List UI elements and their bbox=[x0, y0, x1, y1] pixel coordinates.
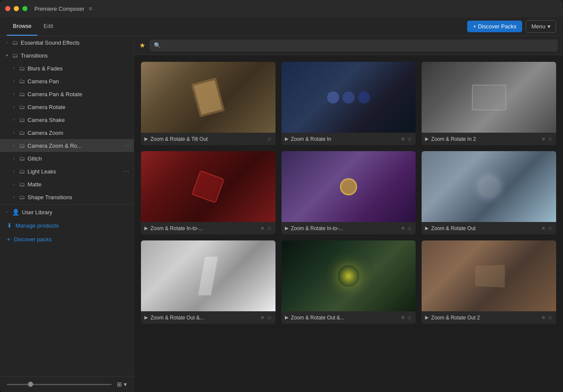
chevron-icon: › bbox=[11, 131, 16, 135]
card-star-icon[interactable]: ☆ bbox=[267, 314, 272, 321]
card-label-bar: ▶ Zoom & Rotate Out &... ≡ ☆ bbox=[141, 311, 275, 324]
star-filter-icon[interactable]: ★ bbox=[139, 41, 145, 49]
sidebar-item-light-leaks[interactable]: › 🗂 Light Leaks ⋯ bbox=[0, 165, 134, 178]
sidebar-item-label: Transitions bbox=[21, 52, 129, 59]
sidebar-action-label: Discover packs bbox=[14, 236, 52, 243]
media-card[interactable]: ▶ Zoom & Rotate Out &... ≡ ☆ bbox=[141, 240, 275, 324]
media-card[interactable]: ▶ Zoom & Rotate & Tilt Out ☆ bbox=[141, 62, 275, 145]
search-input[interactable] bbox=[164, 42, 554, 49]
sidebar-action-label: Manage products bbox=[15, 222, 58, 229]
card-thumbnail bbox=[282, 151, 416, 222]
sidebar-item-camera-shake[interactable]: › 🗂 Camera Shake bbox=[0, 113, 134, 126]
media-card[interactable]: ▶ Zoom & Rotate In-to-... ≡ ☆ bbox=[282, 151, 416, 234]
card-menu-icon[interactable]: ≡ bbox=[542, 136, 545, 142]
card-menu-icon[interactable]: ≡ bbox=[261, 314, 264, 321]
clip-icon: ▶ bbox=[285, 136, 288, 142]
card-star-icon[interactable]: ☆ bbox=[548, 225, 553, 231]
sidebar-item-camera-pan[interactable]: › 🗂 Camera Pan bbox=[0, 75, 134, 88]
tab-edit[interactable]: Edit bbox=[37, 17, 59, 36]
search-input-wrap[interactable]: 🔍 bbox=[150, 40, 558, 52]
sidebar-item-label: User Library bbox=[22, 209, 129, 216]
card-menu-icon[interactable]: ≡ bbox=[542, 225, 545, 231]
slider-thumb[interactable] bbox=[28, 382, 33, 387]
sidebar-item-transitions[interactable]: ▾ 🗂 Transitions bbox=[0, 49, 134, 62]
sidebar-item-camera-zoom-ro[interactable]: › 🗂 Camera Zoom & Ro... ⋯ bbox=[0, 139, 134, 152]
maximize-button[interactable] bbox=[22, 6, 28, 11]
folder-icon: 🗂 bbox=[19, 103, 25, 110]
card-menu-icon[interactable]: ≡ bbox=[401, 136, 405, 142]
sidebar-item-camera-rotate[interactable]: › 🗂 Camera Rotate bbox=[0, 100, 134, 113]
context-menu-icon[interactable]: ⋯ bbox=[123, 168, 129, 175]
card-star-icon[interactable]: ☆ bbox=[267, 136, 272, 142]
card-label-bar: ▶ Zoom & Rotate In-to-... ≡ ☆ bbox=[141, 222, 275, 234]
card-thumbnail bbox=[282, 62, 416, 133]
card-star-icon[interactable]: ☆ bbox=[407, 136, 412, 142]
folder-icon: 🗂 bbox=[19, 65, 25, 72]
menu-button[interactable]: Menu ▾ bbox=[526, 20, 556, 33]
top-nav: Browse Edit + Discover Packs Menu ▾ bbox=[0, 17, 563, 36]
card-label-bar: ▶ Zoom & Rotate In-to-... ≡ ☆ bbox=[282, 222, 416, 234]
folder-icon: 🗂 bbox=[19, 116, 25, 123]
chevron-icon: › bbox=[4, 40, 9, 45]
chevron-icon: › bbox=[11, 182, 16, 186]
media-card[interactable]: ▶ Zoom & Rotate Out 2 ≡ ☆ bbox=[422, 240, 556, 324]
discover-packs-button[interactable]: + Discover Packs bbox=[467, 21, 523, 32]
sidebar-item-blurs-fades[interactable]: › 🗂 Blurs & Fades bbox=[0, 62, 134, 75]
card-label: Zoom & Rotate & Tilt Out bbox=[150, 136, 264, 142]
sidebar-item-camera-pan-rotate[interactable]: › 🗂 Camera Pan & Rotate bbox=[0, 88, 134, 100]
grid-view-icon[interactable]: ⊞ ▾ bbox=[117, 381, 127, 388]
card-thumbnail bbox=[141, 151, 275, 222]
hamburger-icon[interactable]: ≡ bbox=[89, 5, 92, 12]
media-card[interactable]: ▶ Zoom & Rotate Out &... ≡ ☆ bbox=[282, 240, 416, 324]
sidebar-action-discover-packs[interactable]: + Discover packs bbox=[0, 232, 134, 246]
sidebar-item-glitch[interactable]: › 🗂 Glitch bbox=[0, 152, 134, 165]
card-thumbnail bbox=[282, 240, 416, 311]
sidebar-item-essential-sound[interactable]: › 🗂 Essential Sound Effects bbox=[0, 36, 134, 49]
download-icon: ⬇ bbox=[7, 222, 12, 229]
app-body: Browse Edit + Discover Packs Menu ▾ › 🗂 … bbox=[0, 17, 563, 392]
card-star-icon[interactable]: ☆ bbox=[407, 225, 412, 231]
card-thumbnail bbox=[422, 151, 556, 222]
folder-icon: 🗂 bbox=[19, 91, 25, 97]
context-menu-icon[interactable]: ⋯ bbox=[123, 142, 129, 149]
close-button[interactable] bbox=[5, 6, 10, 11]
card-menu-icon[interactable]: ≡ bbox=[401, 314, 405, 321]
chevron-icon: › bbox=[11, 169, 16, 173]
card-star-icon[interactable]: ☆ bbox=[548, 314, 553, 321]
nav-right: + Discover Packs Menu ▾ bbox=[467, 20, 556, 33]
sidebar-item-matte[interactable]: › 🗂 Matte bbox=[0, 178, 134, 191]
chevron-icon: › bbox=[11, 143, 16, 148]
sidebar-item-label: Essential Sound Effects bbox=[21, 40, 129, 46]
app-title: Premiere Composer bbox=[34, 6, 84, 12]
media-card[interactable]: ▶ Zoom & Rotate In-to-... ≡ ☆ bbox=[141, 151, 275, 234]
minimize-button[interactable] bbox=[14, 6, 19, 11]
media-grid: ▶ Zoom & Rotate & Tilt Out ☆ bbox=[134, 55, 563, 392]
sidebar-action-manage-products[interactable]: ⬇ Manage products bbox=[0, 219, 134, 232]
card-label: Zoom & Rotate In bbox=[291, 136, 399, 142]
media-card[interactable]: ▶ Zoom & Rotate In ≡ ☆ bbox=[282, 62, 416, 145]
card-thumbnail bbox=[141, 240, 275, 311]
chevron-icon: › bbox=[11, 66, 16, 70]
sidebar-item-label: Camera Rotate bbox=[28, 104, 129, 110]
zoom-slider[interactable] bbox=[7, 384, 112, 385]
card-star-icon[interactable]: ☆ bbox=[407, 314, 412, 321]
clip-icon: ▶ bbox=[144, 315, 148, 320]
sidebar-item-user-library[interactable]: › 👤 User Library bbox=[0, 206, 134, 219]
content-area: › 🗂 Essential Sound Effects ▾ 🗂 Transiti… bbox=[0, 36, 563, 392]
tab-browse[interactable]: Browse bbox=[7, 17, 37, 36]
chevron-icon: ▾ bbox=[4, 53, 9, 58]
card-menu-icon[interactable]: ≡ bbox=[401, 225, 405, 231]
card-label-bar: ▶ Zoom & Rotate Out ≡ ☆ bbox=[422, 222, 556, 234]
card-star-icon[interactable]: ☆ bbox=[267, 225, 272, 231]
sidebar-item-camera-zoom[interactable]: › 🗂 Camera Zoom bbox=[0, 126, 134, 139]
card-star-icon[interactable]: ☆ bbox=[548, 136, 553, 142]
media-card[interactable]: ▶ Zoom & Rotate In 2 ≡ ☆ bbox=[422, 62, 556, 145]
card-menu-icon[interactable]: ≡ bbox=[261, 225, 264, 231]
sidebar-item-shape-transitions[interactable]: › 🗂 Shape Transitions bbox=[0, 191, 134, 204]
card-menu-icon[interactable]: ≡ bbox=[542, 314, 545, 321]
card-label-bar: ▶ Zoom & Rotate In ≡ ☆ bbox=[282, 133, 416, 145]
chevron-icon: › bbox=[11, 105, 16, 109]
folder-icon: 🗂 bbox=[19, 129, 25, 136]
sidebar-item-label: Camera Pan bbox=[28, 78, 129, 85]
media-card[interactable]: ▶ Zoom & Rotate Out ≡ ☆ bbox=[422, 151, 556, 234]
